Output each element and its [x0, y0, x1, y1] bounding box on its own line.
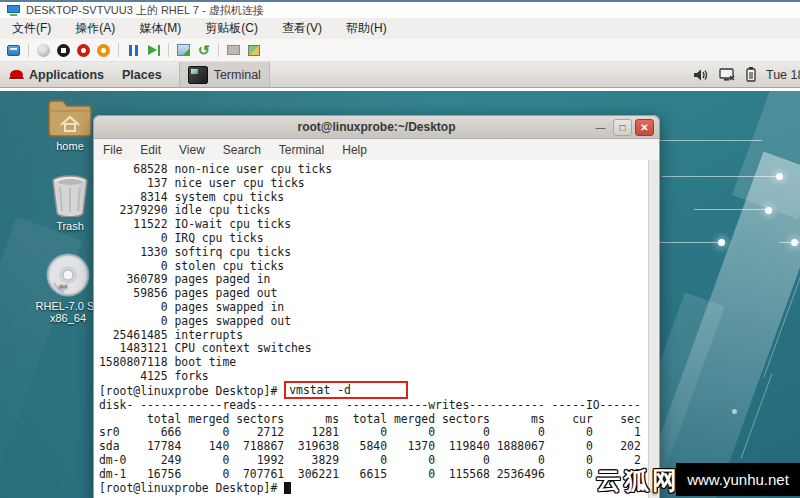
wallpaper-stripe [637, 152, 800, 498]
vm-menu-media[interactable]: 媒体(M) [127, 20, 193, 37]
vmstat-command: vmstat -d [289, 383, 351, 397]
minimize-button[interactable]: ― [591, 119, 610, 136]
places-menu[interactable]: Places [113, 62, 171, 87]
vmstat-d-output: disk- ------------reads------------ ----… [99, 399, 645, 482]
terminal-menu-search[interactable]: Search [214, 143, 270, 157]
hyperv-window-icon [7, 5, 20, 16]
vm-menubar: 文件(F) 操作(A) 媒体(M) 剪贴板(C) 查看(V) 帮助(H) [0, 18, 800, 39]
terminal-menubar: File Edit View Search Terminal Help [93, 139, 660, 160]
terminal-menu-view[interactable]: View [170, 143, 214, 157]
terminal-menu-help[interactable]: Help [333, 143, 376, 157]
enhanced-session-icon[interactable] [226, 43, 241, 58]
wallpaper-dot [765, 207, 772, 214]
vm-menu-file[interactable]: 文件(F) [0, 20, 63, 37]
redhat-icon [9, 70, 24, 80]
vm-toolbar: ↺ [0, 39, 800, 62]
shell-prompt: [root@linuxprobe Desktop]# [99, 481, 284, 495]
ctrl-alt-del-icon[interactable] [6, 43, 21, 58]
start-vm-icon[interactable] [36, 43, 51, 58]
command-prompt-line: [root@linuxprobe Desktop]# vmstat -d [99, 384, 645, 399]
vm-menu-help[interactable]: 帮助(H) [334, 20, 399, 37]
wallpaper-line [741, 374, 773, 459]
terminal-content[interactable]: 68528 non-nice user cpu ticks 137 nice u… [93, 160, 660, 498]
vm-connection-window: DESKTOP-SVTVUU3 上的 RHEL 7 - 虚拟机连接 文件(F) … [0, 0, 800, 498]
vm-menu-clipboard[interactable]: 剪贴板(C) [193, 20, 270, 37]
terminal-title: root@linuxprobe:~/Desktop [94, 120, 659, 134]
shell-prompt: [root@linuxprobe Desktop]# [99, 384, 284, 398]
current-prompt-line: [root@linuxprobe Desktop]# [99, 482, 645, 496]
maximize-button[interactable]: □ [613, 119, 632, 136]
terminal-menu-terminal[interactable]: Terminal [270, 143, 333, 157]
pause-vm-icon[interactable] [126, 43, 141, 58]
vm-menu-view[interactable]: 查看(V) [270, 20, 334, 37]
watermark-url: www.yunhu.net [687, 471, 789, 488]
reset-vm-icon[interactable] [146, 43, 161, 58]
vm-menu-action[interactable]: 操作(A) [63, 20, 127, 37]
wallpaper-dot [732, 409, 737, 414]
volume-icon[interactable] [694, 68, 709, 82]
wallpaper-dot [791, 239, 798, 246]
terminal-scrollbar[interactable] [648, 160, 659, 498]
taskbar-terminal-label: Terminal [214, 68, 261, 82]
vm-settings-icon[interactable] [246, 43, 261, 58]
terminal-titlebar[interactable]: root@linuxprobe:~/Desktop ― □ ✕ [93, 115, 660, 139]
wallpaper-dot [718, 239, 725, 246]
svg-text:dvd: dvd [59, 283, 67, 289]
wallpaper-line [763, 274, 800, 378]
battery-icon[interactable] [746, 67, 756, 82]
vmstat-s-output: 68528 non-nice user cpu ticks 137 nice u… [99, 163, 645, 384]
revert-icon[interactable]: ↺ [196, 43, 211, 58]
wallpaper-line [694, 209, 772, 210]
toolbar-separator [218, 43, 219, 57]
gnome-top-panel: Applications Places Terminal Tue 18 [0, 62, 800, 88]
toolbar-separator [168, 43, 169, 57]
wallpaper-line [648, 140, 762, 141]
taskbar-terminal-button[interactable]: Terminal [179, 62, 270, 87]
vm-window-title: DESKTOP-SVTVUU3 上的 RHEL 7 - 虚拟机连接 [26, 3, 264, 18]
toolbar-separator [28, 43, 29, 57]
places-label: Places [122, 68, 162, 82]
applications-label: Applications [29, 68, 104, 82]
watermark-site-name: 云狐网 [596, 464, 680, 497]
checkpoint-icon[interactable] [176, 43, 191, 58]
shut-down-vm-icon[interactable] [76, 43, 91, 58]
watermark-url-badge: www.yunhu.net [676, 463, 800, 496]
display-icon[interactable] [719, 68, 736, 82]
wallpaper-stripe [732, 91, 800, 219]
wallpaper-line [779, 242, 800, 243]
terminal-window: root@linuxprobe:~/Desktop ― □ ✕ File Edi… [93, 115, 660, 498]
turn-off-vm-icon[interactable] [56, 43, 71, 58]
close-button[interactable]: ✕ [635, 119, 654, 136]
terminal-menu-edit[interactable]: Edit [131, 143, 170, 157]
wallpaper-dot [776, 173, 783, 180]
panel-clock[interactable]: Tue 18 [766, 68, 800, 82]
wallpaper-line [662, 176, 782, 177]
desktop: home Trash dvd RHEL-7.0 Se x86_64 root@l… [0, 91, 800, 498]
toolbar-separator [118, 43, 119, 57]
applications-menu[interactable]: Applications [0, 62, 113, 87]
terminal-menu-file[interactable]: File [94, 143, 131, 157]
wallpaper-line [650, 242, 724, 243]
terminal-cursor [284, 482, 291, 494]
save-vm-icon[interactable] [96, 43, 111, 58]
vm-titlebar: DESKTOP-SVTVUU3 上的 RHEL 7 - 虚拟机连接 [0, 2, 800, 18]
highlight-box: vmstat -d [284, 381, 408, 399]
terminal-app-icon [188, 66, 208, 84]
